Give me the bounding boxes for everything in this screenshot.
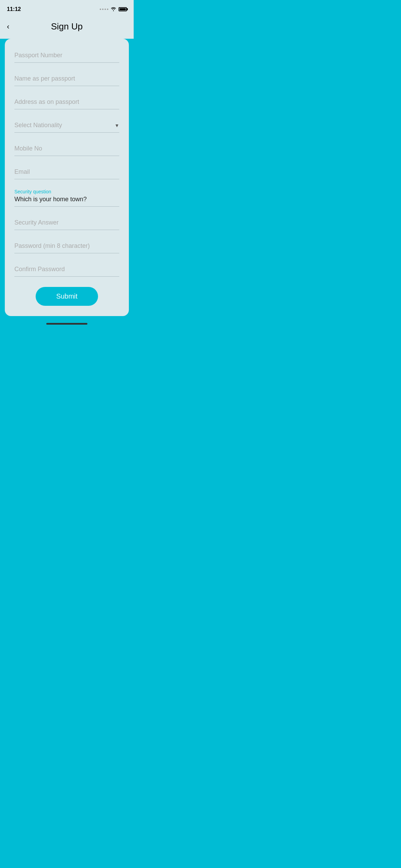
chevron-down-icon: ▼ xyxy=(114,123,119,128)
home-indicator xyxy=(46,323,87,325)
name-passport-input[interactable] xyxy=(14,72,119,86)
mobile-field xyxy=(14,142,119,156)
passport-number-field xyxy=(14,49,119,63)
email-input[interactable] xyxy=(14,166,119,179)
sign-up-form: Select Nationality ▼ Security question W… xyxy=(5,39,129,316)
nationality-placeholder: Select Nationality xyxy=(14,122,62,129)
name-passport-field xyxy=(14,72,119,86)
email-field xyxy=(14,166,119,179)
security-answer-input[interactable] xyxy=(14,216,119,230)
password-field xyxy=(14,240,119,253)
security-answer-field xyxy=(14,216,119,230)
signal-icon xyxy=(100,9,108,10)
battery-icon xyxy=(119,7,127,11)
confirm-password-input[interactable] xyxy=(14,263,119,277)
page-title: Sign Up xyxy=(51,21,83,32)
status-time: 11:12 xyxy=(7,6,21,12)
security-question-section: Security question Which is your home tow… xyxy=(14,189,119,207)
nationality-field: Select Nationality ▼ xyxy=(14,119,119,133)
security-question-text: Which is your home town? xyxy=(14,196,119,203)
back-button[interactable]: ‹ xyxy=(7,22,9,31)
nationality-select[interactable]: Select Nationality ▼ xyxy=(14,119,119,133)
mobile-input[interactable] xyxy=(14,142,119,156)
passport-number-input[interactable] xyxy=(14,49,119,63)
confirm-password-field xyxy=(14,263,119,277)
address-field xyxy=(14,96,119,109)
submit-button[interactable]: Submit xyxy=(36,287,98,306)
security-question-label: Security question xyxy=(14,189,119,194)
wifi-icon xyxy=(110,7,117,12)
nav-bar: ‹ Sign Up xyxy=(0,17,134,39)
address-input[interactable] xyxy=(14,96,119,109)
status-icons xyxy=(100,7,127,12)
status-bar: 11:12 xyxy=(0,0,134,17)
password-input[interactable] xyxy=(14,240,119,253)
